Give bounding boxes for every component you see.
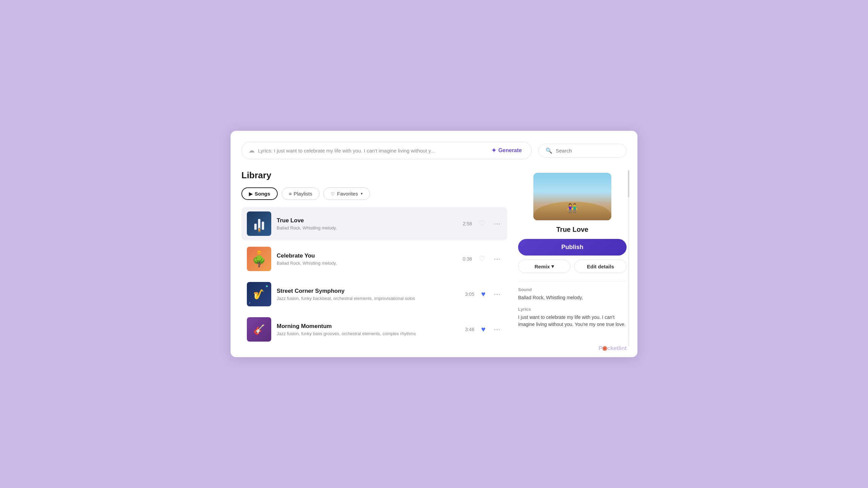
more-options-button[interactable]: ⋯	[492, 324, 502, 335]
song-list: 🧍 True Love Ballad Rock, Whistling melod…	[241, 207, 507, 346]
library-section: Library ▶ Songs ≡ Playlists ♡ Favorites …	[241, 170, 507, 346]
library-title: Library	[241, 170, 507, 181]
song-tags: Ballad Rock, Whistling melody,	[277, 225, 454, 230]
song-tags: Jazz fusion, funky bass grooves, orchest…	[277, 331, 457, 336]
more-options-button[interactable]: ⋯	[492, 289, 502, 300]
song-name: Celebrate You	[277, 252, 454, 259]
song-name: Street Corner Symphony	[277, 288, 457, 294]
like-button[interactable]: ♥	[480, 289, 487, 299]
lyrics-value: I just want to celebrate my life with yo…	[518, 314, 627, 328]
search-icon: 🔍	[546, 147, 552, 154]
table-row[interactable]: 🎸 Morning Momentum Jazz fusion, funky ba…	[241, 312, 507, 346]
play-icon: ▶	[249, 191, 253, 197]
song-info-celebrate: Celebrate You Ballad Rock, Whistling mel…	[277, 252, 454, 266]
content-area: Library ▶ Songs ≡ Playlists ♡ Favorites …	[241, 170, 627, 346]
song-duration: 3:05	[462, 291, 474, 297]
table-row[interactable]: 🧍 True Love Ballad Rock, Whistling melod…	[241, 207, 507, 241]
tab-songs[interactable]: ▶ Songs	[241, 187, 278, 200]
song-tags: Ballad Rock, Whistling melody,	[277, 261, 454, 266]
song-thumbnail-truelove: 🧍	[247, 211, 271, 236]
publish-button[interactable]: Publish	[518, 239, 627, 256]
like-button[interactable]: ♡	[477, 219, 487, 229]
sound-section: Sound Ballad Rock, Whistling melody,	[518, 287, 627, 301]
secondary-actions: Remix ▾ Edit details	[518, 260, 627, 273]
more-options-button[interactable]: ⋯	[492, 253, 502, 264]
heart-outline-icon: ♡	[331, 191, 335, 197]
playlist-icon: ≡	[289, 191, 292, 197]
song-name: Morning Momentum	[277, 323, 457, 330]
filter-tabs: ▶ Songs ≡ Playlists ♡ Favorites ▾	[241, 187, 507, 200]
song-actions: 3:46 ♥ ⋯	[462, 324, 502, 335]
favorites-chevron-icon: ▾	[361, 191, 363, 196]
detail-panel: 👫 True Love Publish Remix ▾ Edit details…	[518, 170, 627, 346]
spark-icon: ✦	[491, 147, 496, 154]
lyrics-input-wrapper[interactable]: ☁ Lyrics: I just want to celebrate my li…	[241, 142, 532, 159]
artwork-couple-icon: 👫	[567, 203, 578, 214]
song-actions: 0:38 ♡ ⋯	[460, 253, 502, 264]
search-input[interactable]	[556, 148, 619, 154]
detail-meta: Sound Ballad Rock, Whistling melody, Lyr…	[518, 281, 627, 333]
pocketlint-badge: P◉cketlint	[598, 345, 627, 352]
remix-button[interactable]: Remix ▾	[518, 260, 570, 273]
sound-value: Ballad Rock, Whistling melody,	[518, 294, 627, 301]
tree-icon: 🌳	[252, 255, 266, 268]
tab-playlists[interactable]: ≡ Playlists	[282, 187, 319, 200]
song-name: True Love	[277, 217, 454, 224]
song-tags: Jazz fusion, funky backbeat, orchestral …	[277, 296, 457, 301]
song-info-morning: Morning Momentum Jazz fusion, funky bass…	[277, 323, 457, 336]
lyrics-section: Lyrics I just want to celebrate my life …	[518, 307, 627, 328]
edit-details-button[interactable]: Edit details	[574, 260, 627, 273]
like-button[interactable]: ♥	[480, 324, 487, 334]
song-info-truelove: True Love Ballad Rock, Whistling melody,	[277, 217, 454, 230]
song-duration: 0:38	[460, 256, 472, 262]
search-wrapper[interactable]: 🔍	[538, 144, 627, 158]
song-thumbnail-celebrate: 🌞 🌳	[247, 247, 271, 271]
detail-title: True Love	[556, 226, 588, 233]
song-actions: 3:05 ♥ ⋯	[462, 289, 502, 300]
song-duration: 2:58	[460, 221, 472, 226]
more-options-button[interactable]: ⋯	[492, 218, 502, 229]
tab-favorites[interactable]: ♡ Favorites ▾	[323, 187, 370, 200]
song-actions: 2:58 ♡ ⋯	[460, 218, 502, 229]
top-bar: ☁ Lyrics: I just want to celebrate my li…	[241, 142, 627, 159]
guitarist-icon: 🎸	[253, 324, 265, 335]
remix-chevron-icon: ▾	[551, 263, 554, 269]
song-info-street: Street Corner Symphony Jazz fusion, funk…	[277, 288, 457, 301]
detail-artwork: 👫	[533, 173, 611, 220]
scrollbar-thumb[interactable]	[628, 170, 629, 197]
song-thumbnail-street: 🎷 ✦ ♪	[247, 282, 271, 306]
scrollbar-track[interactable]	[628, 170, 629, 346]
sound-label: Sound	[518, 287, 627, 292]
song-thumbnail-morning: 🎸	[247, 317, 271, 342]
table-row[interactable]: 🎷 ✦ ♪ Street Corner Symphony Jazz fusion…	[241, 277, 507, 311]
table-row[interactable]: 🌞 🌳 Celebrate You Ballad Rock, Whistling…	[241, 242, 507, 276]
saxophone-icon: 🎷	[253, 289, 265, 300]
generate-button[interactable]: ✦ Generate	[489, 145, 525, 156]
song-duration: 3:46	[462, 327, 474, 332]
cloud-icon: ☁	[249, 147, 255, 154]
like-button[interactable]: ♡	[477, 254, 487, 264]
lyrics-label: Lyrics	[518, 307, 627, 312]
lyrics-text: Lyrics: I just want to celebrate my life…	[258, 148, 485, 154]
